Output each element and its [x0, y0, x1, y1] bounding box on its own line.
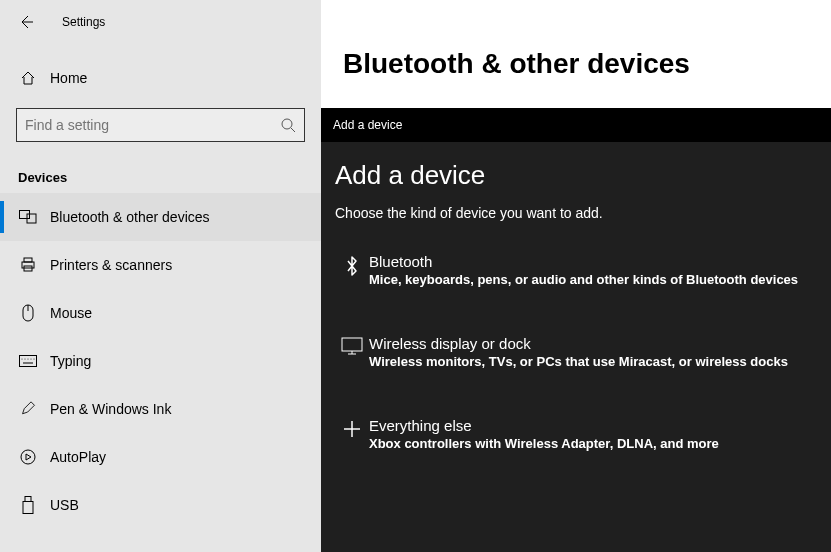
dialog-titlebar-text: Add a device — [333, 118, 402, 132]
option-desc: Wireless monitors, TVs, or PCs that use … — [369, 354, 817, 369]
nav-label: Pen & Windows Ink — [50, 401, 171, 417]
printer-icon — [18, 257, 38, 273]
svg-point-11 — [25, 359, 26, 360]
search-input[interactable] — [25, 117, 280, 133]
option-desc: Mice, keyboards, pens, or audio and othe… — [369, 272, 817, 287]
svg-point-14 — [34, 359, 35, 360]
section-title: Devices — [18, 170, 321, 185]
nav-label: Typing — [50, 353, 91, 369]
dialog-titlebar: Add a device — [321, 108, 831, 142]
option-title: Everything else — [369, 417, 817, 434]
nav-label: Mouse — [50, 305, 92, 321]
svg-point-15 — [21, 450, 35, 464]
svg-rect-3 — [24, 258, 32, 262]
svg-point-10 — [22, 359, 23, 360]
option-bluetooth[interactable]: Bluetooth Mice, keyboards, pens, or audi… — [335, 241, 817, 303]
nav-item-usb[interactable]: USB — [0, 481, 321, 529]
home-nav[interactable]: Home — [0, 58, 321, 98]
autoplay-icon — [18, 449, 38, 465]
svg-rect-18 — [342, 338, 362, 351]
nav-item-bluetooth[interactable]: Bluetooth & other devices — [0, 193, 321, 241]
nav-label: Printers & scanners — [50, 257, 172, 273]
search-box[interactable] — [16, 108, 305, 142]
option-text: Bluetooth Mice, keyboards, pens, or audi… — [369, 253, 817, 287]
nav-item-typing[interactable]: Typing — [0, 337, 321, 385]
nav-item-printers[interactable]: Printers & scanners — [0, 241, 321, 289]
option-title: Bluetooth — [369, 253, 817, 270]
option-wireless-display[interactable]: Wireless display or dock Wireless monito… — [335, 323, 817, 385]
home-label: Home — [50, 70, 87, 86]
svg-rect-17 — [23, 502, 33, 514]
nav-list: Bluetooth & other devices Printers & sca… — [0, 193, 321, 529]
svg-point-13 — [31, 359, 32, 360]
back-button[interactable] — [12, 8, 40, 36]
option-text: Everything else Xbox controllers with Wi… — [369, 417, 817, 451]
usb-icon — [18, 496, 38, 514]
nav-item-mouse[interactable]: Mouse — [0, 289, 321, 337]
devices-icon — [18, 210, 38, 224]
mouse-icon — [18, 304, 38, 322]
app-root: Settings Home Devices Bluetooth & other … — [0, 0, 831, 552]
dialog-subheading: Choose the kind of device you want to ad… — [335, 205, 817, 221]
option-text: Wireless display or dock Wireless monito… — [369, 335, 817, 369]
option-everything-else[interactable]: Everything else Xbox controllers with Wi… — [335, 405, 817, 467]
dialog-heading: Add a device — [335, 160, 817, 191]
top-row: Settings — [0, 0, 321, 44]
main-content: Bluetooth & other devices Add a device A… — [321, 0, 831, 552]
add-device-dialog: Add a device Add a device Choose the kin… — [321, 108, 831, 552]
arrow-left-icon — [18, 14, 34, 30]
nav-label: AutoPlay — [50, 449, 106, 465]
nav-item-autoplay[interactable]: AutoPlay — [0, 433, 321, 481]
nav-item-pen[interactable]: Pen & Windows Ink — [0, 385, 321, 433]
page-title: Bluetooth & other devices — [321, 0, 831, 80]
svg-rect-8 — [20, 356, 37, 367]
svg-point-0 — [282, 119, 292, 129]
pen-icon — [18, 401, 38, 417]
svg-point-12 — [28, 359, 29, 360]
option-desc: Xbox controllers with Wireless Adapter, … — [369, 436, 817, 451]
search-icon — [280, 117, 296, 133]
monitor-icon — [335, 335, 369, 355]
bluetooth-icon — [335, 253, 369, 277]
nav-label: USB — [50, 497, 79, 513]
keyboard-icon — [18, 355, 38, 367]
svg-rect-16 — [25, 497, 31, 502]
sidebar: Settings Home Devices Bluetooth & other … — [0, 0, 321, 552]
home-icon — [18, 70, 38, 86]
plus-icon — [335, 417, 369, 439]
dialog-body: Add a device Choose the kind of device y… — [321, 142, 831, 467]
window-title: Settings — [62, 15, 105, 29]
option-title: Wireless display or dock — [369, 335, 817, 352]
nav-label: Bluetooth & other devices — [50, 209, 210, 225]
